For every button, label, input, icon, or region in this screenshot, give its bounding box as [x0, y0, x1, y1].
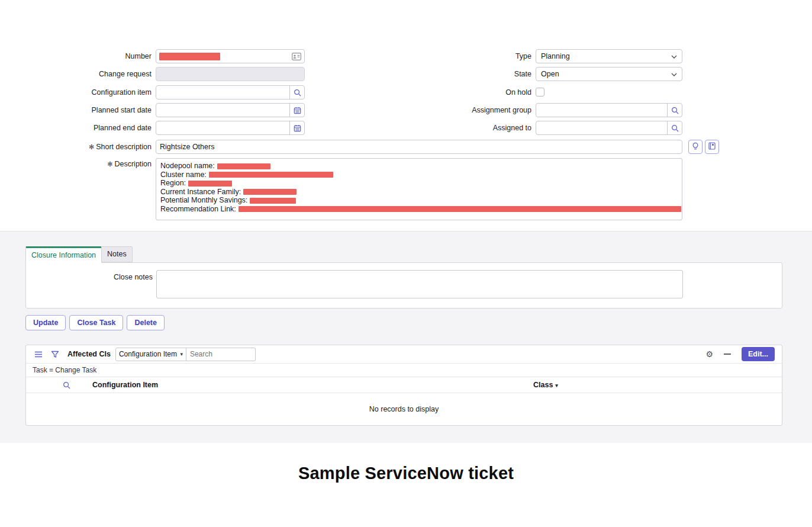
chevron-down-icon: ▾ — [180, 351, 183, 357]
planned-end-date-field[interactable] — [156, 121, 305, 135]
column-header-configuration-item[interactable]: Configuration Item — [92, 377, 158, 393]
affected-cis-panel: Affected CIs Configuration Item ( ▾ ⚙ Ed… — [25, 345, 782, 426]
configuration-item-field[interactable] — [156, 85, 305, 99]
form-row: Planned start date Assignment group — [0, 103, 812, 117]
tab-closure-information[interactable]: Closure Information — [25, 246, 102, 263]
form-action-buttons: Update Close Task Delete — [25, 315, 165, 330]
redacted-value — [209, 172, 333, 178]
required-marker: ✻ — [107, 160, 112, 168]
form-row: Configuration item On hold — [0, 85, 812, 99]
close-notes-textarea[interactable] — [156, 270, 683, 298]
change-request-label: Change request — [0, 67, 152, 81]
change-request-field — [156, 67, 305, 81]
form-row: ✻Description Nodepool name: Cluster name… — [0, 158, 812, 220]
list-menu-icon[interactable] — [34, 351, 43, 358]
configuration-item-label: Configuration item — [0, 85, 152, 99]
form-row: Number Type Planning — [0, 49, 812, 63]
assigned-to-label: Assigned to — [385, 121, 531, 135]
search-field-selector[interactable]: Configuration Item ( ▾ — [115, 348, 186, 361]
type-label: Type — [385, 49, 531, 63]
list-condition-breadcrumb[interactable]: Task = Change Task — [26, 364, 782, 377]
description-line: Cluster name: — [160, 171, 678, 179]
chevron-down-icon — [671, 70, 677, 78]
short-description-input[interactable] — [156, 140, 682, 153]
tab-notes[interactable]: Notes — [101, 246, 133, 262]
delete-button[interactable]: Delete — [127, 315, 165, 330]
planned-end-date-label: Planned end date — [0, 121, 152, 135]
number-field[interactable] — [156, 49, 305, 63]
chevron-down-icon: ▾ — [555, 383, 558, 388]
planned-end-date-input[interactable] — [156, 121, 289, 134]
calendar-icon[interactable] — [289, 121, 304, 134]
affected-cis-search-input[interactable] — [186, 348, 256, 361]
lightbulb-icon — [692, 142, 699, 152]
assigned-to-input[interactable] — [536, 121, 667, 134]
affected-cis-title: Affected CIs — [67, 350, 111, 358]
on-hold-checkbox[interactable] — [536, 88, 544, 97]
close-notes-label: Close notes — [26, 270, 153, 284]
description-label: ✻Description — [0, 159, 152, 173]
form-row: ✻Short description — [0, 140, 812, 154]
state-label: State — [385, 67, 531, 81]
assignment-group-input[interactable] — [536, 104, 667, 117]
update-button[interactable]: Update — [25, 315, 66, 330]
filter-icon[interactable] — [51, 351, 59, 358]
suggestion-button[interactable] — [688, 140, 703, 154]
collapse-icon[interactable] — [724, 354, 731, 355]
form-row: Change request State Open — [0, 67, 812, 81]
on-hold-label: On hold — [385, 85, 531, 99]
short-description-label: ✻Short description — [0, 140, 152, 154]
affected-cis-toolbar: Affected CIs Configuration Item ( ▾ ⚙ Ed… — [26, 345, 782, 364]
description-line: Potential Monthly Savings: — [160, 196, 678, 205]
search-field-selector-value: Configuration Item ( — [119, 350, 179, 358]
required-marker: ✻ — [89, 143, 94, 150]
search-icon[interactable] — [63, 381, 70, 391]
preview-record-icon[interactable] — [292, 53, 301, 62]
search-icon[interactable] — [667, 121, 682, 134]
assignment-group-label: Assignment group — [385, 103, 531, 117]
book-icon — [708, 142, 716, 152]
gear-icon[interactable]: ⚙ — [705, 350, 713, 358]
image-caption: Sample ServiceNow ticket — [0, 464, 812, 483]
description-line: Recommendation Link: — [160, 205, 678, 214]
type-select[interactable]: Planning — [536, 49, 682, 63]
assignment-group-field[interactable] — [536, 103, 682, 117]
knowledge-button[interactable] — [705, 140, 719, 154]
state-selected-value: Open — [541, 70, 671, 78]
column-header-class[interactable]: Class▾ — [533, 377, 558, 394]
search-icon[interactable] — [289, 86, 304, 99]
redacted-value — [188, 181, 232, 187]
list-header-row: Configuration Item Class▾ — [26, 377, 782, 393]
edit-button[interactable]: Edit... — [742, 347, 775, 361]
configuration-item-input[interactable] — [156, 86, 289, 99]
calendar-icon[interactable] — [289, 104, 304, 117]
number-label: Number — [0, 49, 152, 63]
assigned-to-field[interactable] — [536, 121, 682, 135]
description-textarea[interactable]: Nodepool name: Cluster name: Region: Cur… — [156, 158, 682, 220]
close-task-button[interactable]: Close Task — [69, 315, 123, 330]
chevron-down-icon — [671, 52, 677, 60]
description-line: Nodepool name: — [160, 162, 678, 171]
redacted-value — [239, 206, 681, 212]
planned-start-date-input[interactable] — [156, 104, 289, 117]
empty-list-message: No records to display — [26, 393, 782, 425]
servicenow-ticket-page: Number Type Planning Change request Stat… — [0, 0, 812, 527]
state-select[interactable]: Open — [536, 67, 682, 81]
form-row: Planned end date Assigned to — [0, 121, 812, 135]
tab-bar: Closure Information Notes — [25, 246, 133, 263]
search-icon[interactable] — [667, 104, 682, 117]
redacted-value — [217, 163, 270, 169]
short-description-field[interactable] — [156, 140, 682, 154]
redacted-number-value — [159, 53, 220, 60]
redacted-value — [250, 198, 296, 204]
description-line: Current Instance Family: — [160, 188, 678, 197]
description-line: Region: — [160, 179, 678, 188]
type-selected-value: Planning — [541, 52, 671, 60]
related-section: Closure Information Notes Close notes Up… — [0, 231, 812, 443]
closure-information-panel: Close notes — [25, 262, 782, 309]
planned-start-date-label: Planned start date — [0, 103, 152, 117]
redacted-value — [243, 189, 297, 195]
planned-start-date-field[interactable] — [156, 103, 305, 117]
